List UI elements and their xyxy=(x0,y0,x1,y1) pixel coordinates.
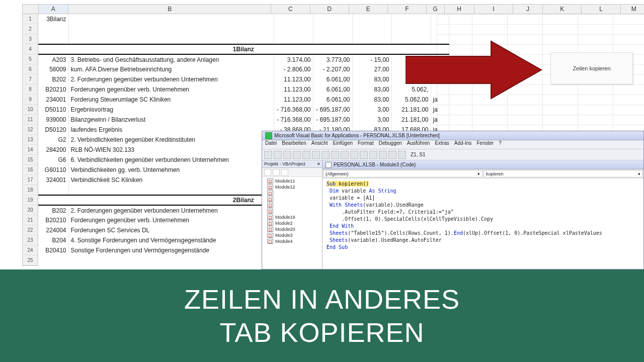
vba-titlebar[interactable]: Microsoft Visual Basic for Applications … xyxy=(262,131,643,140)
cell[interactable] xyxy=(431,14,449,24)
row-header[interactable]: 18 xyxy=(23,185,38,195)
cell[interactable]: 224004 xyxy=(38,225,68,235)
cell[interactable]: 6.061,00 xyxy=(313,74,352,84)
cell[interactable]: Sonstige Forderungen und Vermögensgegens… xyxy=(68,245,274,255)
module-item[interactable] xyxy=(267,208,322,214)
cell[interactable]: - 15,00 xyxy=(352,54,391,64)
vba-menubar[interactable]: DateiBearbeitenAnsichtEinfügenFormatDebu… xyxy=(262,140,643,149)
menu-item[interactable]: Fenster xyxy=(476,140,494,146)
vba-code-pane[interactable]: PERSONAL.XLSB - Module3 (Code) (Allgemei… xyxy=(323,160,643,269)
cell[interactable]: 324001 xyxy=(38,175,68,185)
col-header-F[interactable]: F xyxy=(388,5,427,14)
cell[interactable] xyxy=(38,34,68,44)
toolbar-icon[interactable] xyxy=(283,151,291,159)
menu-item[interactable]: ? xyxy=(499,140,502,146)
cell[interactable]: Forderungen SC Services DL xyxy=(68,225,274,235)
cell[interactable] xyxy=(313,24,352,34)
cell[interactable]: 27,00 xyxy=(352,64,391,74)
col-header-B[interactable]: B xyxy=(68,5,271,14)
col-header-E[interactable]: E xyxy=(349,5,388,14)
cell[interactable]: G2 xyxy=(38,135,68,145)
cell[interactable]: 83,00 xyxy=(352,95,391,105)
module-item[interactable]: Module4 xyxy=(267,238,322,244)
cell[interactable]: Ergebnisvortrag xyxy=(68,105,274,115)
cell[interactable] xyxy=(38,185,68,195)
cell[interactable] xyxy=(352,24,391,34)
vba-code[interactable]: Sub kopieren() Dim variable As String va… xyxy=(323,178,643,253)
toolbar-icon[interactable] xyxy=(379,151,387,159)
project-view-icon[interactable] xyxy=(281,169,288,176)
cell[interactable]: - 716.368,00 xyxy=(274,105,313,115)
cell[interactable]: G6 xyxy=(38,155,68,165)
row-header[interactable]: 17 xyxy=(23,175,38,185)
menu-item[interactable]: Add-Ins xyxy=(454,140,471,146)
cell[interactable]: - 695.187,00 xyxy=(313,105,352,115)
module-item[interactable]: Module19 xyxy=(267,214,322,220)
col-header-M[interactable]: M xyxy=(621,5,644,14)
module-item[interactable] xyxy=(267,202,322,208)
cell[interactable]: D50110 xyxy=(38,105,68,115)
cell[interactable]: 83,00 xyxy=(352,84,391,95)
row-header[interactable]: 3 xyxy=(23,34,38,44)
cell[interactable] xyxy=(274,34,313,44)
col-header-I[interactable]: I xyxy=(474,5,513,14)
row-header[interactable]: 13 xyxy=(23,135,38,145)
cell[interactable]: Forderung Steuerumlage SC Kliniken xyxy=(68,95,274,105)
cell[interactable]: 234001 xyxy=(38,95,68,105)
cell[interactable]: G60110 xyxy=(38,165,68,175)
cell[interactable]: 2. Verbindlichkeiten gegenüber Kreditins… xyxy=(68,135,274,145)
cell[interactable]: 3.174,00 xyxy=(274,54,313,64)
row-header[interactable]: 9 xyxy=(23,95,38,105)
cell[interactable]: 2. Forderungen gegenüber verbundenen Unt… xyxy=(68,74,274,84)
module-item[interactable] xyxy=(267,190,322,196)
cell[interactable] xyxy=(352,14,391,24)
module-item[interactable]: Module20 xyxy=(267,226,322,232)
row-header[interactable]: 2 xyxy=(23,24,38,34)
menu-item[interactable]: Extras xyxy=(435,140,449,146)
toolbar-icon[interactable] xyxy=(398,151,406,159)
cell[interactable] xyxy=(68,185,274,195)
row-header[interactable]: 15 xyxy=(23,155,38,165)
toolbar-icon[interactable] xyxy=(341,151,349,159)
menu-item[interactable]: Einfügen xyxy=(333,140,353,146)
row-header[interactable]: 8 xyxy=(23,84,38,95)
cell[interactable]: - 695.187,00 xyxy=(313,115,352,125)
cell[interactable]: ja xyxy=(431,115,449,125)
cell[interactable]: ja xyxy=(431,105,449,115)
cell[interactable]: 6.061,00 xyxy=(313,84,352,95)
menu-item[interactable]: Format xyxy=(358,140,374,146)
cell[interactable] xyxy=(274,24,313,34)
cell[interactable]: - 2.806,00 xyxy=(274,64,313,74)
cell[interactable]: - 716.368,00 xyxy=(274,115,313,125)
cell[interactable]: B202 xyxy=(38,74,68,84)
menu-item[interactable]: Ausführen xyxy=(407,140,430,146)
row-header[interactable]: 16 xyxy=(23,165,38,175)
col-header-L[interactable]: L xyxy=(582,5,620,14)
module-item[interactable]: Module11 xyxy=(267,178,322,184)
cell[interactable]: 11.123,00 xyxy=(274,84,313,95)
row-header[interactable]: 24 xyxy=(23,245,38,255)
row-header[interactable]: 6 xyxy=(23,64,38,74)
toolbar-icon[interactable] xyxy=(360,151,368,159)
vba-toolbar[interactable]: Z1, S1 xyxy=(262,149,643,160)
cell[interactable] xyxy=(38,24,68,34)
vba-project-explorer[interactable]: Projekt - VBAProject × Module11Module12M… xyxy=(262,160,323,269)
object-selector[interactable]: (Allgemein)▾ xyxy=(323,170,482,177)
cell[interactable]: 3,00 xyxy=(352,105,391,115)
cell[interactable]: 3.773,00 xyxy=(313,54,352,64)
row-header[interactable]: 25 xyxy=(23,255,38,265)
toolbar-icon[interactable] xyxy=(302,151,310,159)
zeilen-kopieren-button[interactable]: Zeilen kopieren xyxy=(550,52,633,84)
cell[interactable]: D50120 xyxy=(38,125,68,135)
cell[interactable]: - 2.207,00 xyxy=(313,64,352,74)
cell[interactable]: 939000 xyxy=(38,115,68,125)
cell[interactable]: 1Bilanz xyxy=(38,44,449,54)
cell[interactable] xyxy=(274,14,313,24)
cell[interactable]: B20410 xyxy=(38,245,68,255)
module-item[interactable]: Module2 xyxy=(267,220,322,226)
module-item[interactable]: Module3 xyxy=(267,232,322,238)
col-header-G[interactable]: G xyxy=(427,5,445,14)
cell[interactable]: B202 xyxy=(38,205,68,215)
row-header[interactable]: 7 xyxy=(23,74,38,84)
cell[interactable]: Forderungen gegenüber verb. Unternehmen xyxy=(68,84,274,95)
